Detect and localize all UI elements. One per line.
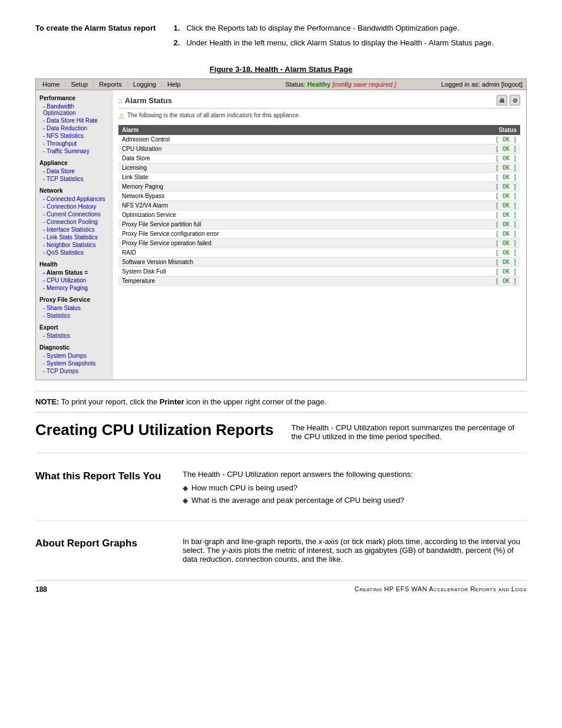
sidebar-item-interface-stats[interactable]: - Interface Statistics: [39, 226, 108, 233]
table-row: Temperature[ OK ]: [118, 276, 520, 286]
sidebar-section-health: Health: [39, 261, 108, 268]
sidebar-item-bw-opt[interactable]: - Bandwidth Optimization: [39, 103, 108, 117]
sidebar-item-data-store-hit[interactable]: - Data Store Hit Rate: [39, 117, 108, 124]
nav-help[interactable]: Help: [164, 80, 184, 88]
table-row: NFS V2/V4 Alarm[ OK ]: [118, 201, 520, 210]
sidebar-item-tcp-dumps[interactable]: - TCP Dumps: [39, 367, 108, 375]
status-cell: [ OK ]: [434, 144, 520, 154]
alarm-status-title: :: Alarm Status: [118, 96, 172, 105]
table-row: Proxy File Service partition full[ OK ]: [118, 220, 520, 229]
table-row: Memory Paging[ OK ]: [118, 182, 520, 192]
header-icons: 🖶 ⚙: [497, 95, 520, 106]
sidebar-item-proxy-statistics[interactable]: - Statistics: [39, 312, 108, 319]
alarm-cell: System Disk Full: [118, 267, 434, 276]
nav-home[interactable]: Home: [39, 80, 62, 88]
bullet-2: ◆ What is the average and peak percentag…: [183, 496, 527, 505]
sidebar-item-system-dumps[interactable]: - System Dumps: [39, 352, 108, 360]
note-section: NOTE: To print your report, click the Pr…: [35, 391, 527, 413]
alarm-cell: Data Store: [118, 154, 434, 163]
sidebar-item-memory-paging[interactable]: - Memory Paging: [39, 284, 108, 292]
sidebar-item-nfs-stats[interactable]: - NFS Statistics: [39, 132, 108, 140]
figure-caption: Figure 3-18. Health - Alarm Status Page: [35, 65, 527, 74]
step-1-num: 1.: [173, 24, 183, 32]
config-note: [config save required ]: [330, 81, 396, 88]
sidebar-item-current-connections[interactable]: - Current Connections: [39, 210, 108, 218]
creating-cpu-title: Creating CPU Utilization Reports: [35, 421, 273, 441]
sidebar-item-export-statistics[interactable]: - Statistics: [39, 332, 108, 340]
status-cell: [ OK ]: [434, 229, 520, 239]
status-cell: [ OK ]: [434, 248, 520, 258]
table-row: CPU Utilization[ OK ]: [118, 144, 520, 154]
sidebar-item-data-reduction[interactable]: - Data Reduction: [39, 124, 108, 132]
table-row: System Disk Full[ OK ]: [118, 267, 520, 276]
sidebar-item-link-stats[interactable]: - Link Stats Statistics: [39, 233, 108, 241]
sidebar-item-alarm-status[interactable]: - Alarm Status =: [39, 269, 108, 276]
status-cell: [ OK ]: [434, 192, 520, 201]
nav-setup[interactable]: Setup: [68, 80, 91, 88]
screenshot-content: Performance - Bandwidth Optimization - D…: [36, 90, 526, 380]
nav-sep-4: :: [161, 80, 163, 88]
alarm-table-header-row: Alarm Status: [118, 125, 520, 135]
note-bold: Printer: [160, 397, 184, 406]
alarm-cell: Temperature: [118, 276, 434, 286]
status-cell: [ OK ]: [434, 201, 520, 210]
nav-logging[interactable]: Logging: [130, 80, 159, 88]
step-2: 2. Under Health in the left menu, click …: [173, 38, 527, 47]
page-footer: 188 Creating HP EFS WAN Accelerator Repo…: [35, 580, 527, 594]
status-cell: [ OK ]: [434, 267, 520, 276]
step-1-text: Click the Reports tab to display the Per…: [186, 24, 459, 32]
what-report-title: What this Report Tells You: [35, 470, 165, 508]
sidebar-item-cpu-util[interactable]: - CPU Utilization: [39, 276, 108, 284]
nav-sep-3: :: [127, 80, 128, 88]
about-graphs-section: About Report Graphs In bar-graph and lin…: [35, 537, 527, 564]
nav-reports[interactable]: Reports: [96, 80, 125, 88]
note-suffix: icon in the upper right corner of the pa…: [184, 397, 326, 406]
sidebar-item-connected-appliances[interactable]: - Connected Appliances: [39, 195, 108, 203]
about-graphs-content: In bar-graph and line-graph reports, the…: [183, 537, 527, 564]
sidebar-item-data-store[interactable]: - Data Store: [39, 167, 108, 175]
steps-list: 1. Click the Reports tab to display the …: [173, 24, 527, 47]
info-icon: ⚠: [118, 112, 125, 120]
col-status: Status: [434, 125, 520, 135]
status-cell: [ OK ]: [434, 173, 520, 182]
sidebar-item-tcp-stats[interactable]: - TCP Statistics: [39, 175, 108, 183]
bullet-diamond-1: ◆: [183, 484, 188, 492]
status-cell: [ OK ]: [434, 210, 520, 220]
about-graphs-desc: In bar-graph and line-graph reports, the…: [183, 537, 527, 564]
sidebar-item-connection-pooling[interactable]: - Connection Pooling: [39, 218, 108, 226]
status-healthy: Healthy: [307, 81, 330, 88]
alarm-cell: Network Bypass: [118, 192, 434, 201]
screenshot-box: Home : Setup : Reports : Logging : Help …: [35, 78, 527, 380]
alarm-cell: Proxy File Service partition full: [118, 220, 434, 229]
table-row: RAID[ OK ]: [118, 248, 520, 258]
sidebar-item-qos-stats[interactable]: - QoS Statistics: [39, 249, 108, 256]
sidebar-item-traffic-summary[interactable]: - Traffic Summary: [39, 147, 108, 155]
alarm-cell: CPU Utilization: [118, 144, 434, 154]
status-cell: [ OK ]: [434, 135, 520, 144]
table-row: Optimization Service[ OK ]: [118, 210, 520, 220]
printer-icon[interactable]: 🖶: [497, 95, 507, 106]
sidebar-item-throughput[interactable]: - Throughput: [39, 140, 108, 147]
alarm-cell: Link State: [118, 173, 434, 182]
alarm-cell: Optimization Service: [118, 210, 434, 220]
sidebar-item-neighbor-stats[interactable]: - Neighbor Statistics: [39, 241, 108, 249]
refresh-icon[interactable]: ⚙: [510, 95, 520, 106]
status-cell: [ OK ]: [434, 258, 520, 267]
note-prefix: NOTE:: [35, 397, 59, 406]
sidebar-section-diagnostic: Diagnostic: [39, 344, 108, 351]
sidebar-item-connection-history[interactable]: - Connection History: [39, 203, 108, 210]
step-2-text: Under Health in the left menu, click Ala…: [186, 38, 494, 47]
note-text: To print your report, click the: [59, 397, 159, 406]
alarm-cell: Admission Control: [118, 135, 434, 144]
bullet-diamond-2: ◆: [183, 496, 188, 505]
sidebar-item-system-snapshots[interactable]: - System Snapshots: [39, 360, 108, 367]
sidebar-item-share-status[interactable]: - Share Status: [39, 304, 108, 312]
about-graphs-title: About Report Graphs: [35, 537, 165, 564]
status-cell: [ OK ]: [434, 276, 520, 286]
step-1: 1. Click the Reports tab to display the …: [173, 24, 527, 32]
status-cell: [ OK ]: [434, 182, 520, 192]
main-panel: :: Alarm Status 🖶 ⚙ ⚠ The following is t…: [113, 90, 526, 380]
table-row: Network Bypass[ OK ]: [118, 192, 520, 201]
table-row: Licensing[ OK ]: [118, 163, 520, 173]
figure-caption-label: Figure 3-18. Health - Alarm Status Page: [210, 65, 352, 74]
